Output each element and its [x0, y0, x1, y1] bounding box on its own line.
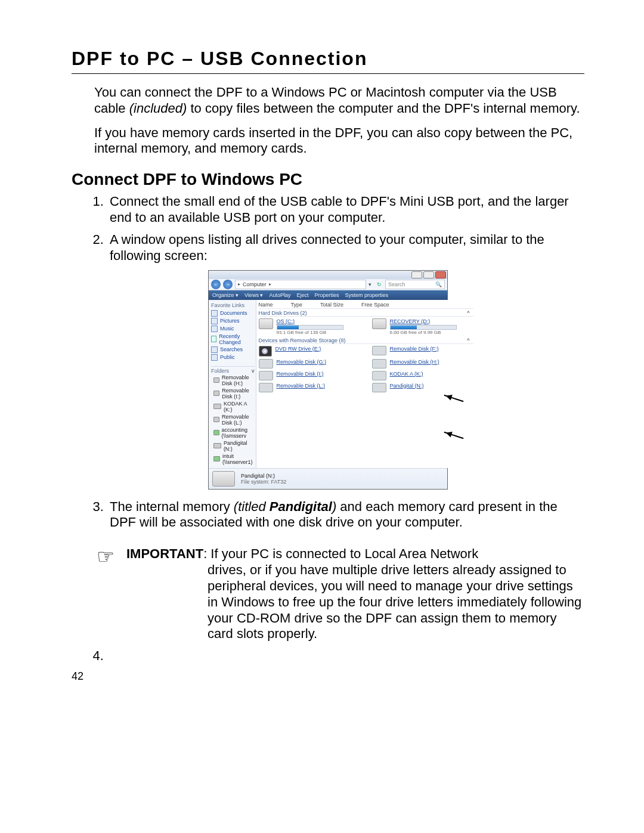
group-removable[interactable]: Devices with Removable Storage (8) — [259, 337, 346, 343]
network-icon — [213, 430, 219, 435]
back-button[interactable]: ← — [211, 280, 221, 289]
sidebar-music[interactable]: Music — [211, 326, 255, 332]
column-headers: Name Type Total Size Free Space — [259, 301, 473, 309]
steps-list: Connect the small end of the USB cable t… — [107, 194, 584, 264]
important-note: ☞ IMPORTANT: If your PC is connected to … — [97, 546, 584, 642]
removable-icon — [372, 359, 386, 368]
intro1b: (included) — [129, 101, 187, 116]
arrow-annotation-icon — [444, 394, 463, 401]
important-label: IMPORTANT — [126, 546, 203, 561]
sidebar-public[interactable]: Public — [211, 354, 255, 361]
arrow-annotation-icon — [444, 431, 463, 438]
drive-removable-h[interactable]: Removable Disk (H:) — [372, 358, 473, 370]
window-titlebar — [209, 271, 447, 279]
steps-list-cont: The internal memory (titled Pandigital) … — [107, 499, 584, 531]
search-icon: 🔍 — [435, 281, 442, 287]
breadcrumb[interactable]: ▸ Computer ▸ — [235, 280, 366, 289]
folder-item[interactable]: KODAK A (K:) — [211, 401, 255, 413]
folders-header: Folders — [211, 368, 229, 374]
sidebar-documents[interactable]: Documents — [211, 310, 255, 317]
important-first-line: : If your PC is connected to Local Area … — [203, 546, 478, 561]
drive-recovery-d[interactable]: RECOVERY (D:) 6.00 GB free of 9.99 GB — [372, 317, 473, 336]
favorite-links-header: Favorite Links — [211, 302, 255, 308]
drive-icon — [212, 471, 235, 487]
title-rule — [72, 73, 584, 74]
recent-icon — [211, 336, 216, 342]
search-input[interactable]: Search 🔍 — [385, 280, 445, 289]
drive-removable-i[interactable]: Removable Disk (I:) — [259, 370, 360, 382]
status-bar: Pandigital (N:) File system: FAT32 — [209, 468, 447, 489]
collapse-icon[interactable]: ^ — [467, 337, 469, 343]
drive-icon — [213, 377, 219, 383]
sidebar: Favorite Links Documents Pictures Music … — [209, 300, 256, 468]
toolbar-system[interactable]: System properties — [345, 292, 388, 298]
removable-icon — [259, 371, 273, 380]
sidebar-searches[interactable]: Searches — [211, 346, 255, 353]
folder-item[interactable]: accounting (\\smsserv — [211, 427, 255, 439]
intro1c: to copy files between the computer and t… — [187, 101, 580, 116]
content-pane: Name Type Total Size Free Space Hard Dis… — [256, 300, 476, 468]
drive-os-c[interactable]: OS (C:) 93.1 GB free of 138 GB — [259, 317, 360, 336]
status-name: Pandigital (N:) — [241, 473, 286, 479]
group-hdd[interactable]: Hard Disk Drives (2) — [259, 310, 307, 316]
address-bar: ← → ▸ Computer ▸ ▾ ↻ Search 🔍 — [209, 279, 447, 290]
drive-icon — [213, 391, 219, 396]
search-placeholder: Search — [388, 281, 405, 287]
close-button[interactable] — [435, 271, 446, 278]
toolbar-organize[interactable]: Organize ▾ — [212, 292, 239, 298]
drive-removable-g[interactable]: Removable Disk (G:) — [259, 358, 360, 370]
step-4 — [107, 648, 584, 664]
intro-paragraph-1: You can connect the DPF to a Windows PC … — [94, 85, 584, 117]
pictures-icon — [211, 318, 218, 324]
collapse-icon[interactable]: ^ — [467, 310, 469, 316]
important-rest: drives, or if you have multiple drive le… — [126, 562, 584, 642]
drive-pandigital-n[interactable]: Pandigital (N:) — [372, 382, 473, 394]
removable-icon — [372, 371, 386, 380]
toolbar-autoplay[interactable]: AutoPlay — [269, 292, 290, 298]
removable-icon — [372, 346, 386, 355]
maximize-button[interactable] — [423, 271, 434, 278]
subheading: Connect DPF to Windows PC — [72, 170, 584, 189]
documents-icon — [211, 310, 218, 317]
folder-item[interactable]: Pandigital (N:) — [211, 440, 255, 452]
folders-caret-icon[interactable]: v — [252, 368, 255, 374]
sidebar-recently-changed[interactable]: Recently Changed — [211, 333, 255, 345]
intro-paragraph-2: If you have memory cards inserted in the… — [94, 125, 584, 157]
public-icon — [211, 354, 218, 361]
drive-kodak-k[interactable]: KODAK A (K:) — [372, 370, 473, 382]
music-icon — [211, 326, 218, 332]
toolbar-eject[interactable]: Eject — [296, 292, 308, 298]
drive-icon — [213, 417, 219, 422]
folder-item[interactable]: Removable Disk (L:) — [211, 414, 255, 426]
step-1: Connect the small end of the USB cable t… — [107, 194, 584, 226]
breadcrumb-computer: Computer — [243, 281, 267, 287]
page-title: DPF to PC – USB Connection — [72, 48, 584, 70]
removable-icon — [259, 359, 273, 368]
removable-icon — [372, 383, 386, 392]
breadcrumb-icon: ▸ — [238, 281, 240, 287]
folder-item[interactable]: Removable Disk (I:) — [211, 388, 255, 400]
drive-icon — [213, 443, 221, 448]
page-number: 42 — [72, 670, 584, 683]
toolbar-properties[interactable]: Properties — [314, 292, 339, 298]
explorer-window: ← → ▸ Computer ▸ ▾ ↻ Search 🔍 Organize ▾… — [208, 270, 448, 490]
step-2: A window opens listing all drives connec… — [107, 232, 584, 264]
drive-icon — [213, 404, 221, 409]
folder-item[interactable]: Removable Disk (H:) — [211, 374, 255, 386]
toolbar-views[interactable]: Views ▾ — [244, 292, 263, 298]
drive-removable-f[interactable]: Removable Disk (F:) — [372, 345, 473, 358]
drive-removable-l[interactable]: Removable Disk (L:) — [259, 382, 360, 394]
minimize-button[interactable] — [411, 271, 422, 278]
forward-button[interactable]: → — [223, 280, 233, 289]
folder-item[interactable]: intuit (\\snserver1) — [211, 453, 255, 465]
hdd-icon — [259, 318, 273, 329]
pointing-hand-icon: ☞ — [97, 546, 120, 642]
hdd-icon — [372, 318, 386, 329]
dvd-icon — [259, 346, 272, 357]
searches-icon — [211, 346, 218, 353]
toolbar: Organize ▾ Views ▾ AutoPlay Eject Proper… — [209, 290, 447, 300]
step-3: The internal memory (titled Pandigital) … — [107, 499, 584, 531]
drive-dvd-e[interactable]: DVD RW Drive (E:) — [259, 345, 360, 358]
status-fs: File system: FAT32 — [241, 479, 286, 485]
sidebar-pictures[interactable]: Pictures — [211, 318, 255, 324]
